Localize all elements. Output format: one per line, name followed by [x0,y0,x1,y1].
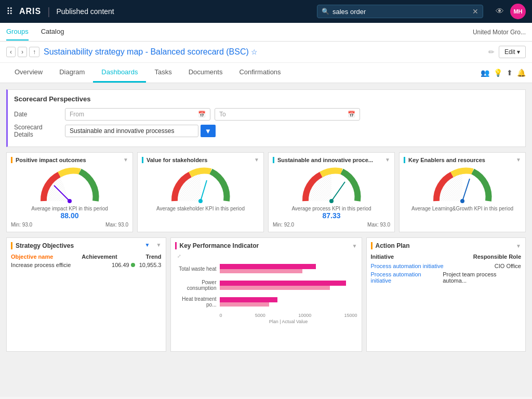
kpi-bar-actual-1 [220,281,347,286]
kpi-zoom-icon[interactable]: ⤢ [175,254,357,259]
from-date-input[interactable]: From 📅 [65,108,210,121]
kpi-bar-label-2: Heat treatment po... [175,296,217,308]
kpi-bar-row-2: Heat treatment po... [175,296,357,308]
gauge-card-title-enablers: Key Enablers and resources [404,157,521,163]
kpi-bar-plan-1 [220,286,330,290]
axis-1: 5000 [255,313,265,318]
svg-point-5 [329,199,334,203]
gauge-card-enablers: Key Enablers and resources ▼ Ave [399,152,526,232]
scorecard-details-label: Scorecard Details [14,124,61,138]
nav-back-button[interactable]: ‹ [6,47,16,57]
kpi-bar-label-1: Power consumption [175,280,217,291]
ap-initiative-0[interactable]: Process automation initiative [371,263,444,269]
secondary-nav: Groups Catalog United Motor Gro... [0,23,532,42]
chart-axis: 0 5000 10000 15000 [175,313,357,318]
divider: | [47,6,50,18]
kpi-bar-bg-1 [220,280,357,291]
tab-confirmations[interactable]: Confirmations [231,63,289,83]
ap-initiative-1[interactable]: Process automation initiative [371,271,443,284]
gauge-card-positive: Positive impact outcomes ▼ [6,152,133,232]
ap-col-initiative: Initiative [371,254,394,260]
scorecard-dropdown-button[interactable]: ▼ [201,125,216,137]
edit-button[interactable]: Edit ▾ [499,46,526,58]
so-col-trend: Trend [146,254,162,260]
lightbulb-icon[interactable]: 💡 [494,69,502,77]
gauge-minmax-processes: Min: 92.0 Max: 93.0 [273,222,390,228]
so-menu-icon[interactable]: ▼ [156,242,162,248]
kpi-bar-row-1: Power consumption [175,280,357,291]
gauge-svg-processes [300,167,363,204]
tab-dashboards[interactable]: Dashboards [93,63,146,83]
tab-documents[interactable]: Documents [180,63,231,83]
tab-overview[interactable]: Overview [6,63,51,83]
svg-point-7 [460,199,464,203]
kpi-menu-icon[interactable]: ▼ [352,243,357,249]
upload-icon[interactable]: ⬆ [507,69,513,77]
kpi-bar-chart: Total waste heat Power consumption [175,263,357,308]
gauge-menu-positive[interactable]: ▼ [123,157,128,163]
preview-icon[interactable]: 👁 [496,7,504,16]
to-date-input[interactable]: To 📅 [215,108,360,121]
so-row-achievement: 106.49 [112,262,135,268]
svg-point-3 [198,199,203,203]
gauge-min-processes: Min: 92.0 [273,222,294,228]
gauge-cards-row: Positive impact outcomes ▼ [6,152,526,232]
gauge-chart-positive: Average impact KPI in this period 88.00 … [11,167,128,228]
gauge-menu-stakeholders[interactable]: ▼ [254,157,259,163]
edit-icon[interactable]: ✏ [488,48,495,56]
tab-diagram[interactable]: Diagram [51,63,93,83]
gauge-chart-processes: Average process KPI in this period 87.33… [273,167,390,228]
achievement-dot [131,263,135,267]
top-bar: ⠿ ARIS | Published content 🔍 ✕ 👁 MH [0,0,532,23]
ap-col-role: Responsible Role [473,254,521,260]
axis-3: 15000 [344,313,357,318]
kpi-bar-plan-2 [220,302,269,307]
ap-menu-icon[interactable]: ▼ [516,243,521,249]
nav-forward-button[interactable]: › [18,47,27,57]
ap-row-0: Process automation initiative CIO Office [371,263,522,269]
ap-row-1: Process automation initiative Project te… [371,271,522,284]
search-icon: 🔍 [322,8,329,15]
gauge-card-title-stakeholders: Value for stakeholders [142,157,259,163]
breadcrumb-plain: Sustainability strategy map - [44,47,150,56]
calendar-icon-to[interactable]: 📅 [348,111,355,118]
ap-role-0: CIO Office [495,263,521,269]
calendar-icon-from[interactable]: 📅 [198,111,206,118]
strategy-objectives-card: Strategy Objectives ▼ ▼ Objective name A… [6,237,166,352]
svg-line-2 [201,180,207,201]
so-filter-icon[interactable]: ▼ [145,242,150,248]
nav-arrows: ‹ › ↑ [6,47,39,57]
search-input[interactable] [332,8,472,16]
scorecard-details-value: Sustainable and innovative processes [70,127,174,135]
scorecard-panel-heading: Scorecard Perspectives [14,95,519,103]
tab-tasks[interactable]: Tasks [146,63,180,83]
nav-catalog[interactable]: Catalog [41,23,64,41]
svg-line-6 [462,179,470,201]
grid-icon[interactable]: ⠿ [6,6,13,17]
gauge-value-positive: 88.00 [60,211,78,220]
gauge-card-processes: Sustainable and innovative proce... ▼ [268,152,395,232]
gauge-min-positive: Min: 93.0 [11,222,32,228]
gauge-menu-enablers[interactable]: ▼ [516,157,521,163]
users-icon[interactable]: 👥 [481,69,489,77]
ap-role-1: Project team process automa... [443,271,521,284]
gauge-menu-processes[interactable]: ▼ [385,157,390,163]
so-table-row: Increase process efficie 106.49 10,955.3 [11,262,162,268]
gauge-label-stakeholders: Average stakeholder KPI in this period [156,206,245,211]
gauge-chart-enablers: Average Learning&Growth KPI in this peri… [404,167,521,211]
favorite-icon[interactable]: ☆ [251,48,258,56]
kpi-bar-plan-0 [220,269,302,273]
gauge-chart-stakeholders: Average stakeholder KPI in this period [142,167,259,211]
bell-icon[interactable]: 🔔 [517,69,526,77]
to-placeholder: To [219,111,226,118]
avatar[interactable]: MH [510,4,526,19]
top-bar-right: 👁 MH [496,4,526,19]
nav-groups[interactable]: Groups [6,23,29,41]
nav-up-button[interactable]: ↑ [29,47,39,57]
gauge-svg-enablers [431,167,494,204]
breadcrumb-row: ‹ › ↑ Sustainability strategy map - Bala… [0,42,532,63]
tab-action-icons: 👥 💡 ⬆ 🔔 [481,69,526,77]
scorecard-details-dropdown[interactable]: Sustainable and innovative processes [65,125,198,137]
clear-search-button[interactable]: ✕ [472,7,478,16]
breadcrumb-link[interactable]: Balanced scorecard (BSC) [150,47,248,56]
